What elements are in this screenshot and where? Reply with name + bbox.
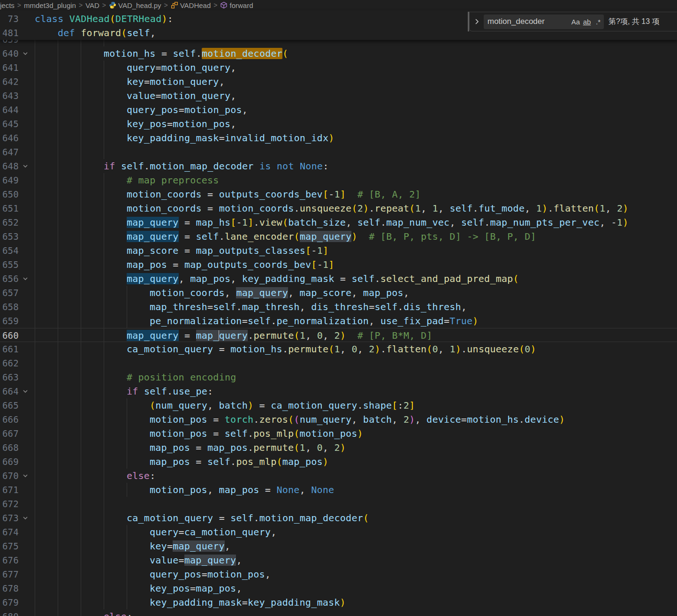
token: dis_thresh: [311, 301, 369, 312]
code-line[interactable]: 655map_pos = map_outputs_coords_bev[-1]: [0, 258, 677, 272]
token: self: [207, 456, 230, 467]
breadcrumb-separator-icon: >: [102, 1, 106, 9]
token: map_query: [184, 555, 236, 566]
code-line[interactable]: 666motion_pos = torch.zeros((num_query, …: [0, 412, 677, 426]
breadcrumb-item-vadhead[interactable]: VADHead: [171, 1, 211, 9]
token: query: [219, 330, 248, 341]
token: ): [472, 315, 478, 327]
token: ,: [438, 343, 450, 355]
code-line[interactable]: 669map_pos = self.pos_mlp(map_pos): [0, 455, 677, 469]
token: =: [253, 400, 271, 411]
code-line[interactable]: 653map_query = self.lane_encoder(map_que…: [0, 229, 677, 243]
token: .: [253, 414, 259, 425]
token: :: [127, 611, 132, 616]
code-line[interactable]: 656map_query, map_pos, key_padding_mask …: [0, 272, 677, 286]
code-line[interactable]: 654map_score = map_outputs_classes[-1]: [0, 243, 677, 258]
token: .: [271, 315, 276, 327]
indent-guide: [81, 145, 81, 159]
token: .: [484, 217, 490, 228]
code-text: key_padding_mask=invalid_motion_idx): [0, 131, 335, 145]
code-line[interactable]: 649# map preprocess: [0, 173, 677, 187]
code-line[interactable]: 645key_pos=motion_pos,: [0, 117, 677, 131]
token: 2: [403, 414, 409, 425]
code-line[interactable]: 673ca_motion_query = self.motion_map_dec…: [0, 511, 677, 525]
breadcrumb-item-vad[interactable]: VAD: [85, 1, 99, 9]
token: ,: [271, 526, 276, 538]
token: ,: [150, 27, 156, 38]
code-text: key=map_query,: [0, 539, 230, 553]
code-line[interactable]: 651motion_coords = motion_coords.unsquee…: [0, 201, 677, 215]
code-line[interactable]: 657motion_coords, map_query, map_score, …: [0, 286, 677, 300]
code-line[interactable]: 665(num_query, batch) = ca_motion_query.…: [0, 398, 677, 412]
code-line[interactable]: 650motion_coords = outputs_coords_bev[-1…: [0, 187, 677, 201]
python-icon: [109, 1, 116, 9]
token: :: [150, 470, 155, 481]
token: =: [178, 555, 184, 566]
code-line[interactable]: 647: [0, 145, 677, 159]
code-line[interactable]: 663# position encoding: [0, 370, 677, 384]
code-line[interactable]: 680else:: [0, 609, 677, 616]
token: ,: [346, 217, 358, 228]
line-number[interactable]: 662: [0, 356, 19, 370]
code-line[interactable]: 644query_pos=motion_pos,: [0, 103, 677, 117]
code-line[interactable]: 643value=motion_query,: [0, 89, 677, 103]
token: ca_motion_query: [127, 512, 213, 524]
code-line[interactable]: 671motion_pos, map_pos = None, None: [0, 483, 677, 497]
token: map_pos: [127, 259, 167, 270]
code-line[interactable]: 664if self.use_pe:: [0, 384, 677, 398]
token: .: [398, 301, 403, 312]
regex-toggle[interactable]: .*: [593, 16, 604, 27]
token: motion_query: [161, 62, 231, 73]
token: key: [127, 76, 144, 87]
code-line[interactable]: 675key=map_query,: [0, 539, 677, 553]
whole-word-toggle[interactable]: ab: [581, 16, 593, 27]
code-area[interactable]: 639640motion_hs = self.motion_decoder(64…: [0, 32, 677, 616]
code-line[interactable]: 676value=map_query,: [0, 553, 677, 567]
match-case-toggle[interactable]: Aa: [570, 16, 581, 27]
code-line[interactable]: 672: [0, 497, 677, 511]
token: self: [127, 27, 150, 38]
token: query_pos: [127, 104, 179, 115]
code-line[interactable]: 660map_query = map_query.permute(1, 0, 2…: [0, 328, 677, 342]
find-widget-body: Aa ab .* 第?项, 共 13 项: [469, 12, 677, 31]
token: map_thresh: [242, 301, 300, 312]
code-line[interactable]: 646key_padding_mask=invalid_motion_idx): [0, 131, 677, 145]
code-line[interactable]: 667motion_pos = self.pos_mlp(motion_pos): [0, 426, 677, 441]
code-line[interactable]: 678key_pos=map_pos,: [0, 581, 677, 595]
code-line[interactable]: 679key_padding_mask=key_padding_mask): [0, 595, 677, 609]
code-line[interactable]: 662: [0, 356, 677, 370]
code-line[interactable]: 658map_thresh=self.map_thresh, dis_thres…: [0, 300, 677, 314]
breadcrumb-item-vad-head-py[interactable]: VAD_head.py: [109, 1, 161, 9]
code-line[interactable]: 677query_pos=motion_pos,: [0, 567, 677, 581]
find-input[interactable]: [484, 17, 570, 26]
token: map_query: [127, 217, 179, 228]
breadcrumb-item-forward[interactable]: forward: [220, 1, 253, 9]
line-number[interactable]: 647: [0, 145, 19, 159]
code-line[interactable]: 648if self.motion_map_decoder is not Non…: [0, 159, 677, 173]
code-line[interactable]: 652map_query = map_hs[-1].view(batch_siz…: [0, 215, 677, 229]
code-line[interactable]: 661ca_motion_query = motion_hs.permute(1…: [0, 342, 677, 356]
token: ,: [392, 414, 403, 425]
token: ,: [207, 484, 219, 495]
code-text: # position encoding: [0, 370, 236, 384]
token: 2: [358, 203, 363, 214]
whole-word-glyph: ab: [583, 18, 591, 26]
token: map_outputs_classes: [196, 245, 306, 256]
token: -: [328, 189, 334, 200]
code-line[interactable]: 674query=ca_motion_query,: [0, 525, 677, 539]
code-line[interactable]: 641query=motion_query,: [0, 61, 677, 75]
token: :: [398, 400, 403, 411]
breadcrumb-item-jects[interactable]: jects: [0, 1, 15, 9]
code-line[interactable]: 659pe_normalization=self.pe_normalizatio…: [0, 314, 677, 328]
line-number[interactable]: 672: [0, 497, 19, 511]
breadcrumb-item-mmdet3d-plugin[interactable]: mmdet3d_plugin: [24, 1, 76, 9]
toggle-replace-chevron-icon[interactable]: [472, 17, 481, 26]
code-line[interactable]: 670else:: [0, 469, 677, 483]
code-line[interactable]: 642key=motion_query,: [0, 75, 677, 89]
code-text: motion_coords = outputs_coords_bev[-1] #…: [0, 187, 421, 201]
token: ,: [207, 400, 219, 411]
token: -: [317, 259, 323, 270]
code-line[interactable]: 668map_pos = map_pos.permute(1, 0, 2): [0, 441, 677, 455]
code-text: # map preprocess: [0, 173, 219, 187]
code-line[interactable]: 640motion_hs = self.motion_decoder(: [0, 46, 677, 61]
